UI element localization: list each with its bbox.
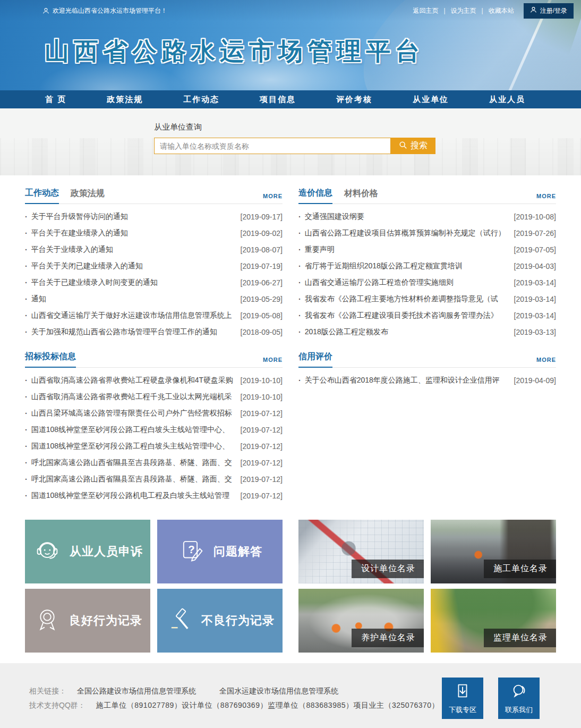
link-national-highway-credit[interactable]: 全国公路建设市场信用信息管理系统 [77,687,196,696]
news-link[interactable]: 国道108线神堂堡至砂河段公路工程白坡头主线站管理中心、 [31,442,241,451]
news-date: [2019-10-08] [514,213,556,221]
news-link[interactable]: 国道108线神堂堡至砂河段公路机电工程及白坡头主线站管理 [31,491,241,501]
news-link[interactable]: 关于加强和规范山西省公路市场管理平台管理工作的通知 [31,327,241,337]
news-link[interactable]: 平台关于在建业绩录入的通知 [31,228,241,238]
news-date: [2019-07-12] [241,475,283,484]
directory-label: 养护单位名录 [352,629,424,647]
news-link[interactable]: 交通强国建设纲要 [305,212,514,222]
news-link[interactable]: 关于平台升级暂停访问的通知 [31,212,241,222]
news-link[interactable]: 呼北国家高速公路山西省隰县至吉县段路基、桥隧、路面、交 [31,475,241,484]
directory-label: 施工单位名录 [484,560,556,578]
feature-good-record[interactable]: 良好行为记录 [25,589,150,653]
directory-supervision-units[interactable]: 监理单位名录 [431,589,556,653]
search-icon [399,141,407,151]
bullet-icon [25,213,28,221]
directory-construction-units[interactable]: 施工单位名录 [431,520,556,583]
news-link[interactable]: 省厅将于近期组织2018版公路工程定额宣贯培训 [305,261,514,271]
feature-qa[interactable]: ? 问题解答 [157,520,283,583]
nav-item[interactable]: 评价考核 [331,95,378,105]
news-date: [2019-03-14] [514,295,556,303]
nav-item[interactable]: 政策法规 [101,95,148,105]
news-date: [2019-10-10] [241,393,283,401]
hero-banner: 欢迎光临山西省公路水运市场管理平台！ 返回主页| 设为主页| 收藏本站 注册/登… [0,0,581,90]
bullet-icon [25,426,28,434]
news-link[interactable]: 山西省取消高速公路省界收费站工程硬盘录像机和4T硬盘采购 [31,376,241,385]
qq-support-label: 技术支持QQ群： [29,701,86,710]
nav-item[interactable]: 从业人员 [484,95,531,105]
chat-bubbles-icon [510,682,528,701]
list-item: 山西省公路工程建设项目估算概算预算编制补充规定（试行） [2019-07-26] [298,225,556,241]
question-doc-icon: ? [177,536,206,567]
news-link[interactable]: 山西省取消高速公路省界收费站工程千兆工业以太网光端机采 [31,392,241,402]
tab-credit[interactable]: 信用评价 [298,351,332,368]
feature-boxes: 从业人员申诉 ? 问题解答 [25,520,283,653]
news-date: [2019-07-12] [241,409,283,418]
list-item: 通知 [2019-05-29] [25,291,283,307]
feature-label: 从业人员申诉 [70,544,143,560]
tab-cost-info[interactable]: 造价信息 [298,188,332,204]
news-date: [2019-09-17] [241,213,283,221]
news-link[interactable]: 平台关于业绩录入的通知 [31,245,241,255]
bullet-icon [25,295,28,303]
directory-maintenance-units[interactable]: 养护单位名录 [298,589,424,653]
nav-item[interactable]: 从业单位 [407,95,454,105]
news-link[interactable]: 山西省交通运输厅关于做好水运建设市场信用信息管理系统上 [31,311,241,320]
list-item: 省厅将于近期组织2018版公路工程定额宣贯培训 [2019-04-03] [298,258,556,274]
news-link[interactable]: 我省发布《公路工程建设项目委托技术咨询服务管理办法》 [305,311,514,320]
download-zone-button[interactable]: 下载专区 [442,678,483,719]
nav-item[interactable]: 项目信息 [254,95,301,105]
user-icon [530,6,537,15]
register-login-button[interactable]: 注册/登录 [524,3,574,19]
link-return-home[interactable]: 返回主页 [411,6,440,15]
list-item: 交通强国建设纲要 [2019-10-08] [298,208,556,225]
bullet-icon [298,262,301,270]
news-link[interactable]: 平台关于关闭已建业绩录入的通知 [31,261,241,271]
list-item: 平台关于在建业绩录入的通知 [2019-09-02] [25,225,283,241]
directory-label: 设计单位名录 [352,560,424,578]
news-link[interactable]: 平台关于已建业绩录入时间变更的通知 [31,278,241,287]
main-nav: 首 页 政策法规 工作动态 项目信息 评价考核 从业单位 从业人员 [0,90,581,108]
related-links-label: 相关链接： [29,687,66,696]
unit-search-input[interactable] [154,138,391,154]
news-link[interactable]: 山西省公路工程建设项目估算概算预算编制补充规定（试行） [305,228,514,238]
news-link[interactable]: 关于公布山西省2018年度公路施工、监理和设计企业信用评 [305,376,514,385]
list-item: 山西省交通运输厅关于做好水运建设市场信用信息管理系统上 [2019-05-08] [25,307,283,324]
search-button[interactable]: 搜索 [391,138,435,154]
news-date: [2019-08-07] [241,246,283,254]
news-link[interactable]: 国道108线神堂堡至砂河段公路工程白坡头主线站管理中心、 [31,425,241,435]
news-link[interactable]: 呼北国家高速公路山西省隰县至吉县段路基、桥隧、路面、交 [31,458,241,468]
news-link[interactable]: 2018版公路工程定额发布 [305,327,514,337]
news-date: [2019-03-13] [514,328,556,336]
bullet-icon [298,278,301,287]
contact-us-button[interactable]: 联系我们 [498,678,540,719]
bullet-icon [25,459,28,467]
feature-bad-record[interactable]: 不良行为记录 [157,589,283,653]
tab-work-news[interactable]: 工作动态 [25,188,59,204]
news-link[interactable]: 山西吕梁环城高速公路管理有限责任公司户外广告经营权招标 [31,409,241,418]
news-link[interactable]: 重要声明 [305,245,514,255]
directory-design-units[interactable]: 设计单位名录 [298,520,424,583]
news-link[interactable]: 山西省交通运输厅公路工程造价管理实施细则 [305,278,514,287]
news-link[interactable]: 我省发布《公路工程主要地方性材料价差调整指导意见（试 [305,294,514,304]
news-date: [2019-03-14] [514,311,556,320]
news-link[interactable]: 通知 [31,294,241,304]
more-link[interactable]: MORE [263,357,283,367]
tab-material-price[interactable]: 材料价格 [344,188,378,204]
nav-item[interactable]: 首 页 [40,95,72,105]
link-set-home[interactable]: 设为主页 [449,6,479,15]
register-login-label: 注册/登录 [540,6,567,15]
bullet-icon [25,475,28,484]
news-date: [2019-07-26] [514,229,556,238]
tab-policy[interactable]: 政策法规 [71,188,105,204]
nav-item[interactable]: 工作动态 [178,95,225,105]
more-link[interactable]: MORE [536,193,556,204]
feature-appeal[interactable]: 从业人员申诉 [25,520,150,583]
more-link[interactable]: MORE [536,357,556,367]
link-bookmark[interactable]: 收藏本站 [486,6,516,15]
more-link[interactable]: MORE [263,193,283,204]
user-icon [42,7,49,14]
tab-bidding[interactable]: 招标投标信息 [25,351,76,368]
link-national-waterway-credit[interactable]: 全国水运建设市场信用信息管理系统 [219,687,338,696]
bullet-icon [25,328,28,336]
list-item: 国道108线神堂堡至砂河段公路工程白坡头主线站管理中心、 [2019-07-12… [25,438,283,454]
